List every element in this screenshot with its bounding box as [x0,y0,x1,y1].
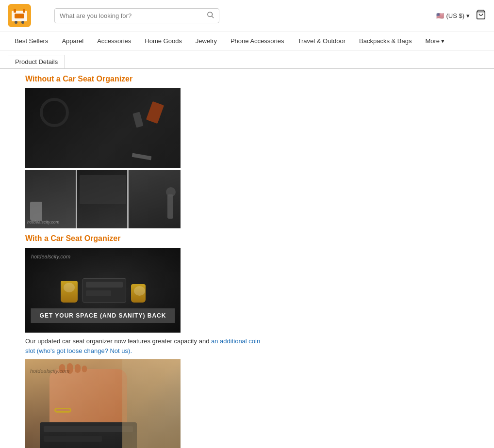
description-text: Our updated car seat organizer now featu… [25,336,268,355]
cart-icon[interactable] [476,9,486,22]
main-content: Without a Car Seat Organizer hotdealscit… [0,69,494,448]
nav-backpacks-bags[interactable]: Backpacks & Bags [352,32,418,50]
svg-rect-5 [14,9,16,13]
description-plain: Our updated car seat organizer now featu… [25,337,211,345]
cup-1 [61,281,78,303]
flag-icon: 🇺🇸 [436,12,444,19]
organizer-visual [61,278,146,303]
with-watermark: hotdealscity.com [31,254,70,259]
search-input[interactable] [60,12,207,19]
svg-point-3 [15,21,17,24]
nav-travel-outdoor[interactable]: Travel & Outdoor [291,32,353,50]
svg-point-4 [21,21,24,24]
organizer-tray [82,278,126,303]
chevron-down-icon: ▾ [466,12,470,19]
flag-currency[interactable]: 🇺🇸 (US $) ▾ [436,12,470,19]
with-main-image: hotdealscity.com GET YOUR SPACE (AND SAN… [25,248,181,333]
svg-line-8 [212,16,214,18]
bottom-watermark: hotdealscity.com [30,368,69,374]
search-button[interactable] [207,12,214,20]
currency-label: (US $) [446,12,464,19]
strip-panel-2 [77,170,129,228]
with-title: With a Car Seat Organizer [25,234,469,243]
cup-2 [131,284,146,303]
product-details-tab[interactable]: Product Details [8,55,65,68]
header-right: 🇺🇸 (US $) ▾ [436,9,486,22]
svg-rect-2 [15,14,24,18]
nav-accessories[interactable]: Accessories [90,32,138,50]
search-icon [207,12,214,18]
strip-panel-1: hotdealscity.com [25,170,77,228]
nav-home-goods[interactable]: Home Goods [138,32,189,50]
nav-phone-accessories[interactable]: Phone Accessories [224,32,291,50]
nav-bar: Best Sellers Apparel Accessories Home Go… [0,32,494,51]
svg-point-7 [208,12,213,16]
search-bar [54,8,219,23]
strip-image: hotdealscity.com [25,170,181,228]
nav-best-sellers[interactable]: Best Sellers [8,32,55,50]
nav-apparel[interactable]: Apparel [55,32,90,50]
hand-shape [49,369,127,427]
nav-jewelry[interactable]: Jewelry [189,32,224,50]
header: 🇺🇸 (US $) ▾ [0,0,494,32]
chevron-more-icon: ▾ [441,37,445,45]
nav-more-label: More [425,37,440,45]
cart-svg [476,9,486,20]
logo-icon [8,4,31,27]
strip-panel-3 [129,170,181,228]
svg-rect-6 [23,9,25,13]
logo-area[interactable] [8,4,47,27]
bottom-image: hotdealscity.com [25,359,181,448]
nav-more[interactable]: More ▾ [418,32,451,50]
without-title: Without a Car Seat Organizer [25,75,469,83]
without-main-image: hotdealscity.com CAR TURNING INTO A MESS… [25,88,181,168]
with-overlay-text: GET YOUR SPACE (AND SANITY) BACK [31,308,175,323]
